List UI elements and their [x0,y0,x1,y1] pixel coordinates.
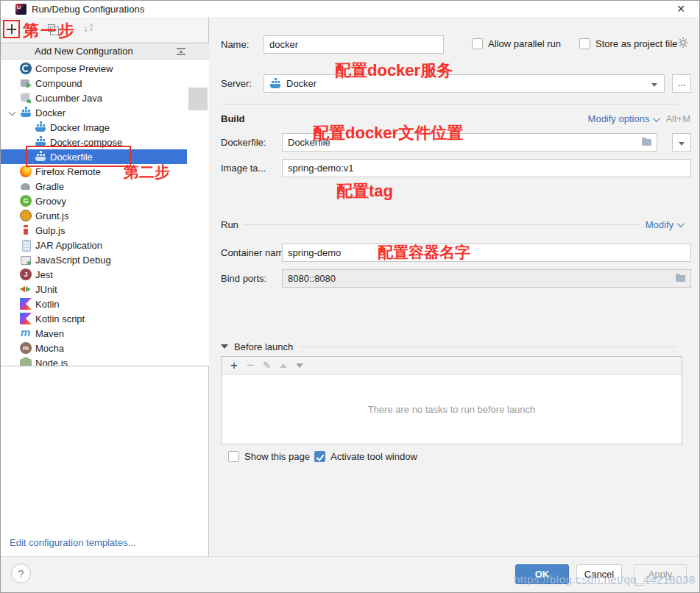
run-modify-link[interactable]: Modify [646,219,674,230]
tree-item-compose-preview[interactable]: Compose Preview [1,61,187,76]
store-as-project-file-label: Store as project file [595,37,677,51]
show-this-page-label: Show this page [244,450,310,464]
sort-configurations-icon[interactable]: ↓az [83,22,88,34]
collapse-triangle-icon[interactable] [221,344,228,349]
tree-item-gulp-js[interactable]: Gulp.js [1,223,187,238]
tree-item-label: JUnit [35,284,57,295]
tree-item-docker[interactable]: Docker [1,105,187,120]
move-up-icon[interactable] [280,363,287,368]
list-header: Add New Configuration [1,43,209,60]
tree-item-label: Docker [35,107,66,118]
docker-icon [35,121,46,133]
tree-item-javascript-debug[interactable]: JavaScript Debug [1,252,187,267]
container-name-label: Container name: [221,244,291,262]
nodejs-icon [20,357,32,366]
annotation-container-name: 配置容器名字 [378,242,470,263]
tree-item-kotlin[interactable]: Kotlin [1,296,187,311]
allow-parallel-run-checkbox[interactable] [472,38,483,49]
tree-item-kotlin-script[interactable]: Kotlin script [1,311,187,326]
mocha-icon [20,342,32,354]
divider [244,224,640,225]
annotation-red-box-dockerfile [26,146,131,167]
server-label: Server: [221,74,252,93]
list-scrollbar-thumb[interactable] [188,88,208,110]
edit-configuration-templates-link[interactable]: Edit configuration templates... [10,537,135,548]
filter-icon[interactable] [177,48,185,55]
help-button[interactable]: ? [11,564,31,583]
grunt-icon [20,210,32,221]
remove-task-icon[interactable]: − [247,360,254,371]
annotation-step1: 第一步 [23,20,76,42]
tree-item-groovy[interactable]: Groovy [1,193,187,208]
tree-item-maven[interactable]: Maven [1,326,187,341]
dockerfile-dropdown-button[interactable] [672,133,691,152]
modify-options-control: Modify optionsAlt+M [588,110,690,128]
move-down-icon[interactable] [296,363,303,368]
tree-item-jest[interactable]: Jest [1,267,187,282]
name-input[interactable]: docker [264,35,444,54]
server-select[interactable]: Docker [264,74,665,93]
title-bar: IJ Run/Debug Configurations ✕ [1,1,699,17]
chevron-down-icon[interactable] [651,83,657,87]
tree-item-label: Kotlin script [35,313,85,324]
activate-tool-window-checkbox[interactable] [314,451,325,462]
annotation-step2: 第二步 [124,162,170,182]
bind-ports-input[interactable]: 8080::8080 [282,269,691,288]
configuration-list-box: Add New Configuration Compose PreviewCom… [1,43,209,366]
image-tag-input[interactable]: spring-demo:v1 [282,159,691,177]
chevron-down-icon[interactable] [653,115,660,122]
show-this-page-checkbox[interactable] [228,451,239,462]
cucumber-java-icon [20,92,32,104]
junit-icon [20,283,32,295]
chevron-down-icon [679,142,685,146]
tree-item-label: Compound [35,78,82,89]
kotlin-icon [20,313,32,324]
before-launch-tasks-panel: + − ✎ There are no tasks to run before l… [221,356,682,444]
tree-item-label: Mocha [35,343,64,354]
tree-item-label: JAR Application [35,240,102,251]
add-task-icon[interactable]: + [230,360,238,371]
chevron-down-icon[interactable] [7,109,20,116]
compound-icon [20,77,32,89]
gear-icon[interactable] [680,40,686,46]
tree-item-compound[interactable]: Compound [1,76,187,90]
tree-item-mocha[interactable]: Mocha [1,341,187,355]
folder-icon[interactable] [642,139,651,146]
modify-options-link[interactable]: Modify options [588,113,650,124]
tree-item-label: Firefox Remote [35,166,101,177]
tree-item-node-js[interactable]: Node.js [1,355,187,366]
tree-item-junit[interactable]: JUnit [1,282,187,296]
tree-item-label: Grunt.js [35,210,69,221]
tree-item-docker-image[interactable]: Docker Image [1,120,187,135]
run-debug-configurations-dialog: { "window": { "title": "Run/Debug Config… [0,0,700,593]
groovy-icon [20,195,32,207]
annotation-server: 配置docker服务 [335,60,453,82]
folder-icon[interactable] [676,275,685,282]
chevron-down-icon[interactable] [677,220,685,227]
maven-icon [20,327,32,339]
tree-item-grunt-js[interactable]: Grunt.js [1,208,187,223]
kotlin-icon [20,298,32,310]
name-label: Name: [221,35,249,54]
section-divider [221,104,679,104]
watermark-text: https://blog.csdn.net/qq_44218038 [514,573,696,586]
run-section-header: Run Modify [221,217,682,232]
docker-icon [269,78,281,90]
tasks-empty-message: There are no tasks to run before launch [222,374,682,444]
server-browse-button[interactable]: ... [672,74,691,93]
tree-item-cucumber-java[interactable]: Cucumber Java [1,90,187,105]
configuration-form: Name: docker Allow parallel run Store as… [209,17,699,556]
container-name-input[interactable]: spring-demo [282,244,691,262]
store-as-project-file-checkbox[interactable] [579,38,590,49]
dialog-footer: ? OK Cancel Apply https://blog.csdn.net/… [1,556,699,592]
before-launch-title: Before launch [234,341,293,352]
server-selected-value: Docker [286,78,317,89]
javascript-debug-icon [20,254,32,266]
config-tree: Compose PreviewCompoundCucumber JavaDock… [1,61,187,366]
edit-task-icon[interactable]: ✎ [263,360,271,371]
tree-item-jar-application[interactable]: JAR Application [1,238,187,252]
close-icon[interactable]: ✕ [674,3,687,15]
tree-item-label: Kotlin [35,299,60,310]
tree-item-label: Docker Image [50,122,110,133]
configurations-toolbar: ↓az 第一步 [1,17,208,43]
